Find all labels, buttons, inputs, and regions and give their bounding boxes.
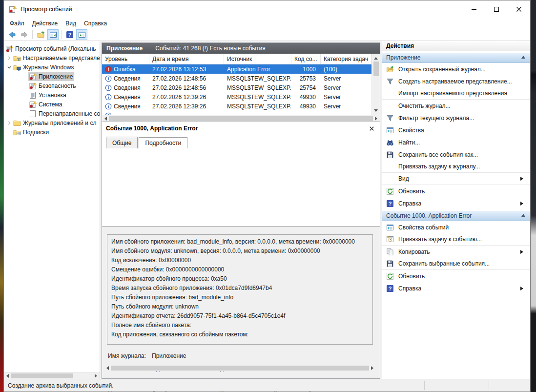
description-line: Идентификатор сбойного процесса: 0xa50 xyxy=(111,274,369,284)
action-item[interactable]: Вид xyxy=(382,173,530,185)
action-item[interactable]: Привязать задачу к событию... xyxy=(382,233,530,246)
action-item-label: Вид xyxy=(398,175,409,182)
event-row[interactable]: Сведения27.02.2026 12:48:56MSSQL$TEW_SQL… xyxy=(102,83,371,92)
scroll-left-icon[interactable] xyxy=(4,372,11,379)
tree-item[interactable]: Безопасность xyxy=(4,81,100,90)
action-item[interactable]: Создать настраиваемое представление... xyxy=(382,75,530,87)
preview-tab-1[interactable]: Общие xyxy=(106,137,138,148)
event-code-cell: 49930 xyxy=(291,102,321,111)
scroll-right-icon[interactable] xyxy=(93,372,100,379)
maximize-button[interactable] xyxy=(485,0,508,18)
list-vertical-scrollbar[interactable] xyxy=(371,54,380,115)
action-item[interactable]: Очистить журнал... xyxy=(382,100,530,112)
action-item[interactable]: Обновить xyxy=(382,185,530,197)
action-item[interactable]: Найти... xyxy=(382,136,530,148)
tree-item[interactable]: Журналы приложений и сл xyxy=(4,118,100,127)
action-pane-toggle-button[interactable] xyxy=(76,29,87,40)
action-item-label: Фильтр текущего журнала... xyxy=(398,115,474,122)
tree-item[interactable]: Установка xyxy=(4,90,100,100)
page-horizontal-scrollbar[interactable] xyxy=(104,365,376,371)
tree-item[interactable]: Система xyxy=(4,100,100,109)
tree-item[interactable]: Просмотр событий (Локальнь xyxy=(4,44,100,53)
action-item[interactable]: Свойства xyxy=(382,124,530,136)
action-item[interactable]: Импорт настраиваемого представления xyxy=(382,87,530,100)
close-icon[interactable] xyxy=(367,124,376,133)
tree-expander-spacer xyxy=(6,128,13,136)
column-header[interactable]: Код со... xyxy=(291,54,321,64)
column-header[interactable]: Дата и время xyxy=(149,54,224,64)
column-header[interactable]: Уровень xyxy=(102,54,149,64)
list-horizontal-scrollbar[interactable] xyxy=(102,115,380,122)
scrollbar-thumb[interactable] xyxy=(111,366,369,371)
action-item[interactable]: Копировать xyxy=(382,246,530,258)
tree-expander-collapsed-icon[interactable] xyxy=(6,119,13,127)
action-section-header[interactable]: Событие 1000, Application Error xyxy=(382,210,530,221)
event-row[interactable]: Сведения27.02.2026 12:48:56MSSQL$TEW_SQL… xyxy=(102,74,371,83)
preview-tab-2[interactable]: Подробности xyxy=(139,137,187,148)
tree-horizontal-scrollbar[interactable] xyxy=(4,372,100,379)
scrollbar-thumb[interactable] xyxy=(373,62,379,76)
event-row[interactable]: Сведения27.02.2026 12:39:26MSSQL$TEW_SQL… xyxy=(102,102,371,111)
tree-expander-collapsed-icon[interactable] xyxy=(6,54,13,62)
list-column-headers: УровеньДата и времяИсточникКод со...Кате… xyxy=(102,54,371,64)
log-event-icon xyxy=(29,73,37,81)
description-line: Время запуска сбойного приложения: 0x01d… xyxy=(111,284,369,293)
description-line: Имя сбойного модуля: unknown, версия: 0.… xyxy=(111,247,369,256)
event-level-label: Сведения xyxy=(114,103,141,110)
close-button[interactable] xyxy=(508,0,530,18)
scroll-left-icon[interactable] xyxy=(104,365,111,371)
scrollbar-thumb[interactable] xyxy=(109,116,373,121)
tree-item[interactable]: Перенаправленные соб xyxy=(4,109,100,118)
event-viewer-window: Просмотр событий ФайлДействиеВидСправка … xyxy=(3,0,531,392)
tree-expander-expanded-icon[interactable] xyxy=(6,63,13,71)
action-item[interactable]: Привязать задачу к журналу... xyxy=(382,161,530,173)
title-bar[interactable]: Просмотр событий xyxy=(4,0,530,18)
event-row[interactable]: Ошибка27.02.2026 13:12:53Application Err… xyxy=(102,64,371,74)
tree-item[interactable]: Журналы Windows xyxy=(4,62,100,72)
tree-item[interactable]: Приложение xyxy=(4,72,100,81)
event-row[interactable]: Сведения27.02.2026 12:39:26MSSQL$TEW_SQL… xyxy=(102,92,371,102)
action-item[interactable]: Обновить xyxy=(382,270,530,282)
event-datetime-cell: 27.02.2026 13:12:53 xyxy=(149,64,224,74)
scroll-left-icon[interactable] xyxy=(102,115,109,122)
toolbar: ? xyxy=(4,29,530,41)
minimize-button[interactable] xyxy=(463,0,485,18)
scrollbar-thumb[interactable] xyxy=(11,373,73,378)
action-item[interactable]: Сохранить все события как... xyxy=(382,148,530,161)
tree-item[interactable]: Настраиваемые представле xyxy=(4,53,100,62)
action-item-label: Импорт настраиваемого представления xyxy=(398,90,507,97)
action-section-header[interactable]: Приложение xyxy=(382,52,530,63)
folder-arrow-button[interactable] xyxy=(35,29,46,40)
scroll-down-icon[interactable] xyxy=(372,107,379,114)
action-item-label: Сохранить все события как... xyxy=(398,151,478,158)
column-header[interactable]: Категория задач xyxy=(321,54,371,64)
console-tree-toggle-button[interactable] xyxy=(47,29,59,40)
action-item[interactable]: Открыть сохраненный журнал... xyxy=(382,63,530,75)
menu-item-2[interactable]: Действие xyxy=(28,19,62,28)
action-item[interactable]: Свойства событий xyxy=(382,221,530,233)
action-item[interactable]: ?Справка xyxy=(382,197,530,209)
forward-arrow-icon xyxy=(21,31,28,39)
tree-expander-spacer xyxy=(21,73,28,81)
event-description[interactable]: Имя сбойного приложения: bad_module_info… xyxy=(107,234,373,345)
forward-arrow-button[interactable] xyxy=(19,29,30,40)
action-item[interactable]: ?Справка xyxy=(382,282,530,294)
general-tab-page: Имя сбойного приложения: bad_module_info… xyxy=(102,226,380,378)
menu-item-1[interactable]: Файл xyxy=(6,19,28,28)
submenu-arrow-icon xyxy=(520,202,525,206)
scroll-up-icon[interactable] xyxy=(372,54,379,61)
column-header[interactable]: Источник xyxy=(224,54,291,64)
menu-item-3[interactable]: Вид xyxy=(62,19,80,28)
help-button[interactable]: ? xyxy=(64,29,75,40)
scroll-right-icon[interactable] xyxy=(373,115,380,122)
back-arrow-button[interactable] xyxy=(6,29,18,40)
action-item[interactable]: Фильтр текущего журнала... xyxy=(382,112,530,124)
event-list-pane: Приложение Событий: 41 268 (!) Есть новы… xyxy=(102,42,380,379)
submenu-arrow-icon xyxy=(520,177,525,181)
scroll-right-icon[interactable] xyxy=(369,365,376,371)
action-item[interactable]: Сохранить выбранные события... xyxy=(382,258,530,270)
tree-item[interactable]: Подписки xyxy=(4,127,100,137)
preview-header: Событие 1000, Application Error xyxy=(102,122,380,135)
menu-item-4[interactable]: Справка xyxy=(80,19,111,28)
action-pane-toggle-icon xyxy=(78,31,86,39)
